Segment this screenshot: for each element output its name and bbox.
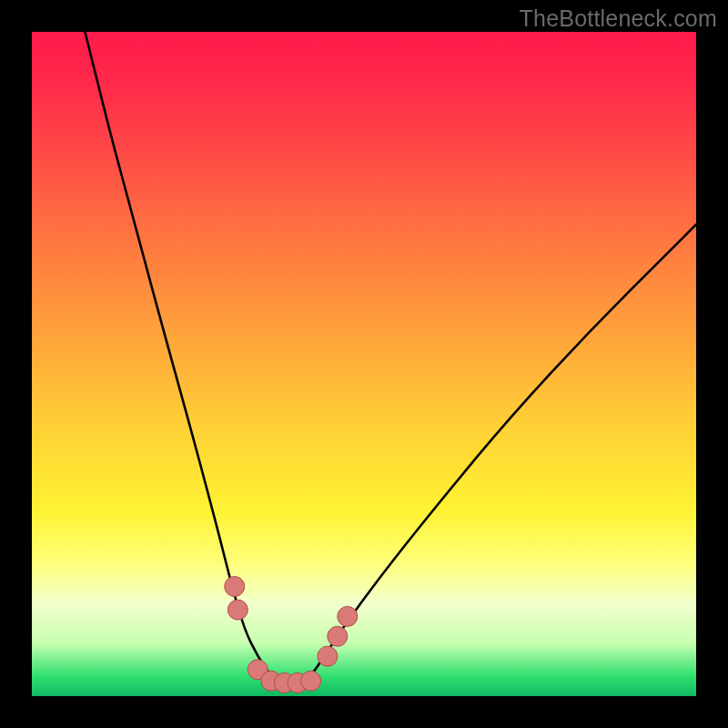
curve-marker xyxy=(318,646,338,666)
curve-marker xyxy=(301,671,321,691)
chart-frame: TheBottleneck.com xyxy=(0,0,728,728)
curve-marker xyxy=(328,626,348,646)
curve-markers xyxy=(225,577,358,693)
watermark-text: TheBottleneck.com xyxy=(520,5,717,32)
plot-area xyxy=(32,32,696,696)
curve-marker xyxy=(248,660,268,680)
curve-marker xyxy=(288,672,308,693)
curve-marker xyxy=(274,672,294,693)
curve-marker xyxy=(228,600,248,620)
curve-marker xyxy=(338,606,358,626)
bottleneck-curve xyxy=(32,32,696,696)
curve-marker xyxy=(225,577,245,597)
curve-marker xyxy=(261,671,281,691)
curve-line xyxy=(85,32,696,682)
